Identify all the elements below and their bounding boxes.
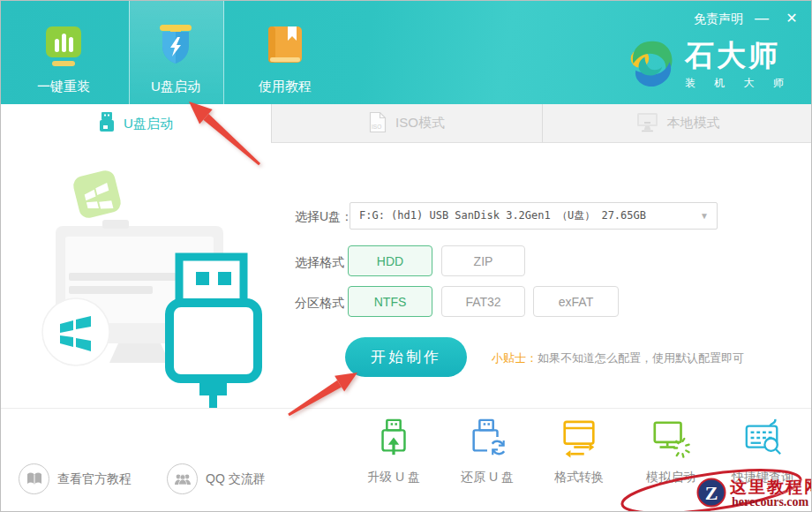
book-open-icon: [19, 463, 49, 494]
official-tutorial-link[interactable]: 查看官方教程: [19, 463, 132, 494]
usb-illustration: [14, 142, 279, 420]
qq-group-link[interactable]: QQ 交流群: [167, 463, 266, 494]
nav-item-label: 一键重装: [37, 79, 90, 95]
nav-item-label: U盘启动: [151, 79, 200, 95]
minimize-button[interactable]: —: [751, 8, 772, 29]
tab-iso-mode[interactable]: ISO ISO模式: [271, 104, 542, 143]
format-option-zip[interactable]: ZIP: [441, 245, 525, 276]
hotkey-search-icon: [742, 418, 783, 462]
brand-subtitle: 装 机 大 师: [685, 76, 792, 91]
usb-drive-icon: [99, 112, 115, 135]
nav-item-label: 使用教程: [259, 79, 312, 95]
chevron-down-icon: ▼: [700, 211, 709, 221]
tab-label: U盘启动: [124, 116, 173, 132]
monitor-icon: [636, 112, 658, 135]
brand-text: 石大师 装 机 大 师: [685, 41, 792, 91]
partition-option-exfat[interactable]: exFAT: [533, 286, 619, 317]
iso-file-icon: ISO: [369, 111, 387, 136]
header-bar: 一键重装 U盘启动: [1, 1, 812, 104]
usb-select-label: 选择U盘：: [295, 209, 353, 225]
start-button[interactable]: 开始制作: [345, 337, 467, 377]
disclaimer-link[interactable]: 免责声明: [694, 11, 743, 27]
tab-label: 本地模式: [667, 115, 720, 132]
usb-select-value: F:G: (hd1) USB SanDisk 3.2Gen1 （U盘） 27.6…: [350, 208, 646, 223]
tab-usb-boot[interactable]: U盘启动: [1, 104, 271, 143]
app-window: 一键重装 U盘启动: [0, 0, 812, 512]
bar-chart-icon: [43, 24, 84, 71]
tool-label: 还原 U 盘: [461, 470, 514, 486]
book-icon: [265, 24, 305, 71]
usb-shield-bolt-icon: [155, 24, 196, 71]
windows-tile-icon: [71, 169, 123, 220]
tool-restore-usb[interactable]: 还原 U 盘: [439, 418, 536, 486]
mode-tabs: U盘启动 ISO ISO模式 本地: [1, 104, 812, 143]
nav-item-usb-boot[interactable]: U盘启动: [129, 1, 222, 104]
watermark-letter: Z: [705, 482, 718, 504]
footer-link-label: QQ 交流群: [206, 471, 266, 487]
brand-name: 石大师: [685, 41, 792, 70]
tip-text: 小贴士：如果不知道怎么配置，使用默认配置即可: [492, 350, 744, 366]
format-option-hdd[interactable]: HDD: [348, 245, 432, 276]
swirl-logo-icon: [627, 38, 676, 93]
tab-local-mode[interactable]: 本地模式: [542, 104, 812, 143]
close-button[interactable]: ✕: [781, 8, 802, 29]
nav-item-tutorial[interactable]: 使用教程: [247, 1, 323, 104]
people-icon: [167, 463, 198, 494]
watermark-site-url: herecours.com: [732, 495, 808, 509]
svg-text:ISO: ISO: [372, 124, 381, 130]
tip-label: 小贴士：: [492, 351, 538, 365]
usb-upgrade-icon: [373, 418, 414, 462]
tool-upgrade-usb[interactable]: 升级 U 盘: [345, 418, 442, 486]
tool-label: 升级 U 盘: [367, 470, 420, 486]
format-convert-icon: [559, 418, 599, 462]
usb-select-dropdown[interactable]: F:G: (hd1) USB SanDisk 3.2Gen1 （U盘） 27.6…: [350, 202, 718, 230]
partition-option-ntfs[interactable]: NTFS: [348, 286, 432, 317]
nav-item-reinstall[interactable]: 一键重装: [26, 1, 102, 104]
brand-logo: 石大师 装 机 大 师: [627, 38, 792, 93]
tip-body: 如果不知道怎么配置，使用默认配置即可: [538, 351, 744, 365]
tool-label: 格式转换: [554, 470, 604, 486]
footer-link-label: 查看官方教程: [57, 471, 132, 487]
tab-label: ISO模式: [395, 115, 445, 132]
usb-restore-icon: [467, 418, 508, 462]
simulate-boot-icon: [650, 418, 691, 462]
partition-option-fat32[interactable]: FAT32: [441, 286, 525, 317]
site-watermark: Z 这里教程网 herecours.com: [601, 458, 812, 512]
